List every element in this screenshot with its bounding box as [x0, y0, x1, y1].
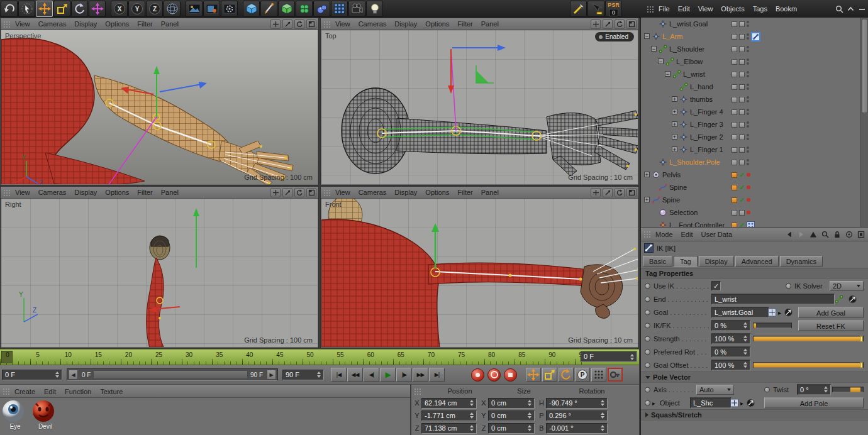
expander-plus[interactable]: + — [672, 146, 677, 152]
maximize-view-icon[interactable] — [626, 19, 637, 29]
object-row[interactable]: +L_Finger 3 — [641, 118, 868, 131]
viewport-menu-display[interactable]: Display — [394, 189, 417, 196]
object-row[interactable]: +Pelvis✓ — [641, 168, 868, 181]
expander-plus[interactable]: + — [644, 172, 650, 177]
keyframe-dot[interactable] — [645, 336, 650, 341]
stepper[interactable] — [822, 387, 828, 393]
play-button[interactable]: ▶ — [380, 368, 396, 382]
strength-field[interactable]: 100 % — [711, 333, 750, 344]
material-item[interactable]: Devil — [32, 400, 58, 430]
visibility-toggle[interactable] — [732, 122, 737, 128]
goal-link-field[interactable]: L_wrist.Goal — [711, 307, 769, 317]
expander-minus[interactable]: − — [658, 58, 664, 64]
render-view-icon[interactable] — [186, 1, 203, 17]
object-name[interactable]: L_Shoulder — [669, 43, 704, 55]
visibility-toggle[interactable] — [739, 160, 745, 165]
keyframe-dot[interactable] — [645, 322, 650, 328]
viewport-menu-panel[interactable]: Panel — [481, 189, 499, 196]
keyframe-dot[interactable] — [786, 283, 791, 289]
stepper[interactable] — [526, 412, 531, 419]
right-canvas[interactable]: Right Y Z Grid — [1, 199, 318, 347]
zoom-view-icon[interactable] — [282, 188, 292, 197]
object-name[interactable]: Selection — [669, 206, 698, 219]
scrollbar-thumb[interactable] — [862, 19, 868, 113]
object-name[interactable]: L_wrist.Goal — [669, 18, 708, 30]
pan-view-icon[interactable] — [591, 19, 601, 29]
scale-tool-icon[interactable] — [53, 1, 70, 17]
viewport-menu-options[interactable]: Options — [105, 20, 129, 28]
rotate-view-icon[interactable] — [615, 188, 625, 197]
pan-view-icon[interactable] — [591, 188, 601, 197]
collapse-icon[interactable] — [847, 5, 855, 13]
snap-icon[interactable] — [587, 1, 604, 17]
visibility-toggle[interactable] — [739, 97, 745, 102]
viewport-menu-options[interactable]: Options — [105, 189, 129, 196]
stepper[interactable] — [742, 349, 747, 355]
keyframe-dot[interactable] — [645, 296, 650, 302]
viewport-menu-filter[interactable]: Filter — [457, 20, 472, 28]
visibility-toggle[interactable] — [739, 84, 745, 90]
scrollbar[interactable] — [860, 18, 868, 228]
knife-icon[interactable] — [570, 1, 587, 17]
rot-field[interactable]: 0.296 ° — [546, 410, 608, 421]
key-parameter-toggle[interactable]: P — [575, 368, 590, 382]
visibility-toggle[interactable] — [739, 210, 745, 216]
object-name[interactable]: L_Finger 2 — [690, 131, 723, 143]
tab-display[interactable]: Display — [699, 256, 734, 267]
render-picture-viewer-icon[interactable] — [203, 1, 220, 17]
object-row[interactable]: +L_Finger 4 — [641, 106, 868, 118]
rotate-tool-icon[interactable] — [71, 1, 88, 17]
visibility-toggle[interactable] — [739, 109, 745, 115]
display-tag-icon[interactable] — [732, 185, 737, 190]
lock-icon[interactable] — [833, 231, 841, 238]
y-axis-lock-icon[interactable]: Y — [128, 1, 145, 17]
stepper[interactable] — [526, 400, 531, 406]
visibility-toggle[interactable] — [732, 160, 737, 165]
next-key-button[interactable]: ▶▶ — [413, 368, 428, 382]
move-tool-icon[interactable] — [36, 1, 53, 17]
stepper[interactable] — [742, 336, 747, 342]
squash-stretch-header[interactable]: Squash/Stretch — [641, 409, 868, 421]
light-icon[interactable] — [366, 1, 383, 17]
viewport-menu-display[interactable]: Display — [74, 189, 97, 196]
object-name[interactable]: L_hand — [690, 80, 713, 93]
stepper[interactable] — [53, 372, 59, 378]
visibility-dots[interactable] — [747, 84, 749, 90]
add-goal-button[interactable]: Add Goal — [798, 307, 864, 317]
expander-plus[interactable]: + — [644, 197, 650, 202]
visibility-dots[interactable] — [747, 71, 749, 77]
camera-icon[interactable] — [348, 1, 365, 17]
range-bar[interactable] — [93, 370, 248, 379]
panel-grip-icon[interactable] — [3, 388, 9, 395]
ik-fk-field[interactable]: 0 % — [711, 320, 750, 331]
object-row[interactable]: L_wrist.Goal — [641, 18, 868, 30]
object-name[interactable]: L_Finger 3 — [690, 118, 723, 131]
viewport-menu-panel[interactable]: Panel — [161, 20, 179, 28]
stepper[interactable] — [468, 412, 474, 419]
visibility-dots[interactable] — [747, 58, 749, 65]
object-row[interactable]: −L_Shoulder — [641, 43, 868, 55]
last-used-tool-icon[interactable] — [89, 1, 106, 17]
link-expand-arrow[interactable]: ▸ — [740, 399, 743, 406]
visibility-toggle[interactable] — [732, 109, 737, 115]
stepper[interactable] — [468, 400, 474, 406]
object-row[interactable]: Spine✓ — [641, 181, 868, 194]
viewport-menu-cameras[interactable]: Cameras — [359, 189, 387, 196]
display-tag-icon[interactable] — [732, 172, 737, 178]
material-menu-texture[interactable]: Texture — [100, 388, 123, 395]
material-thumbnail[interactable] — [32, 400, 58, 422]
coordinate-system-icon[interactable] — [164, 1, 181, 17]
menubar-item-bookm[interactable]: Bookm — [776, 5, 797, 13]
object-name[interactable]: L_Arm — [662, 30, 682, 43]
goal-offset-slider[interactable] — [753, 362, 864, 368]
object-name[interactable]: thumbs — [690, 93, 713, 106]
visibility-toggle[interactable] — [732, 59, 737, 65]
twist-field[interactable]: 0 ° — [797, 384, 831, 395]
expander-minus[interactable]: − — [651, 46, 657, 52]
tab-basic[interactable]: Basic — [643, 256, 672, 267]
top-canvas[interactable]: Top Enabled — [321, 30, 638, 184]
maximize-view-icon[interactable] — [626, 188, 637, 197]
visibility-toggle[interactable] — [739, 59, 745, 65]
visibility-dots[interactable] — [747, 21, 749, 27]
pole-object-field[interactable]: L_Shc — [690, 397, 732, 408]
